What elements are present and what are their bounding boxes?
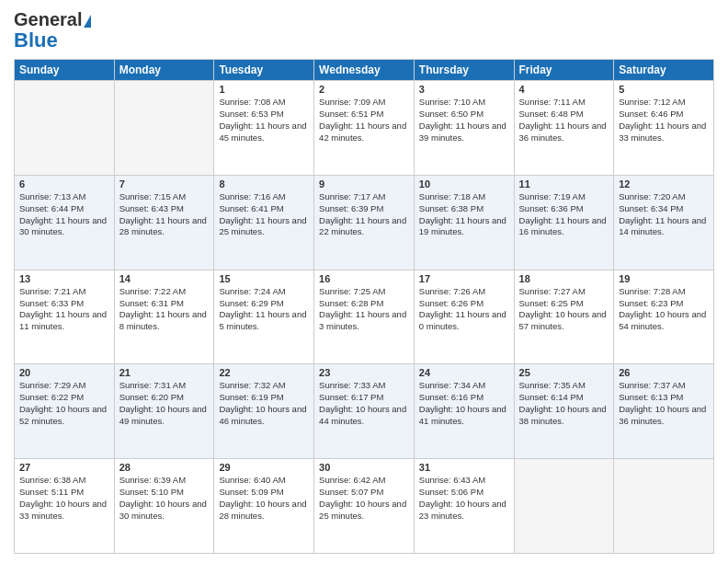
day-info: Sunrise: 7:31 AMSunset: 6:20 PMDaylight:… [119, 380, 210, 427]
daylight-text: Daylight: 11 hours and 16 minutes. [519, 215, 607, 237]
sunset-text: Sunset: 6:41 PM [219, 203, 283, 213]
day-number: 12 [619, 178, 709, 190]
calendar-cell: 18Sunrise: 7:27 AMSunset: 6:25 PMDayligh… [514, 270, 614, 364]
sunset-text: Sunset: 6:31 PM [119, 298, 184, 308]
calendar-cell: 31Sunrise: 6:43 AMSunset: 5:06 PMDayligh… [414, 459, 514, 554]
daylight-text: Daylight: 11 hours and 25 minutes. [219, 215, 306, 237]
day-number: 20 [19, 367, 109, 378]
calendar-cell: 24Sunrise: 7:34 AMSunset: 6:16 PMDayligh… [414, 364, 514, 459]
day-number: 1 [219, 84, 309, 95]
sunset-text: Sunset: 6:46 PM [619, 109, 683, 119]
sunset-text: Sunset: 6:50 PM [419, 109, 483, 119]
day-number: 3 [419, 84, 509, 95]
calendar-cell: 7Sunrise: 7:15 AMSunset: 6:43 PMDaylight… [114, 175, 214, 270]
sunset-text: Sunset: 6:38 PM [419, 203, 483, 213]
sunset-text: Sunset: 6:44 PM [19, 203, 84, 213]
daylight-text: Daylight: 11 hours and 28 minutes. [119, 215, 207, 237]
daylight-text: Daylight: 11 hours and 45 minutes. [219, 121, 306, 143]
sunrise-text: Sunrise: 7:10 AM [419, 97, 485, 107]
calendar-cell: 20Sunrise: 7:29 AMSunset: 6:22 PMDayligh… [15, 364, 115, 459]
logo-text: General [14, 9, 91, 29]
daylight-text: Daylight: 11 hours and 42 minutes. [319, 121, 406, 143]
daylight-text: Daylight: 10 hours and 36 minutes. [619, 404, 706, 426]
sunset-text: Sunset: 6:13 PM [619, 392, 683, 402]
calendar-cell: 16Sunrise: 7:25 AMSunset: 6:28 PMDayligh… [314, 270, 415, 364]
day-info: Sunrise: 7:08 AMSunset: 6:53 PMDaylight:… [219, 97, 309, 144]
sunset-text: Sunset: 5:10 PM [119, 487, 184, 497]
sunrise-text: Sunrise: 7:12 AM [619, 97, 685, 107]
sunrise-text: Sunrise: 7:31 AM [119, 380, 186, 390]
calendar-cell: 28Sunrise: 6:39 AMSunset: 5:10 PMDayligh… [114, 459, 214, 554]
day-info: Sunrise: 7:12 AMSunset: 6:46 PMDaylight:… [619, 97, 709, 144]
calendar-cell: 4Sunrise: 7:11 AMSunset: 6:48 PMDaylight… [514, 81, 614, 176]
day-number: 17 [419, 273, 509, 284]
logo-text-blue: Blue [14, 29, 58, 52]
calendar-cell [614, 459, 714, 554]
day-info: Sunrise: 7:21 AMSunset: 6:33 PMDaylight:… [19, 286, 109, 333]
sunset-text: Sunset: 6:20 PM [119, 392, 184, 402]
day-info: Sunrise: 7:15 AMSunset: 6:43 PMDaylight:… [119, 191, 210, 238]
calendar-cell: 8Sunrise: 7:16 AMSunset: 6:41 PMDaylight… [214, 175, 314, 270]
day-number: 18 [519, 273, 609, 284]
sunrise-text: Sunrise: 7:34 AM [419, 380, 485, 390]
calendar-cell: 21Sunrise: 7:31 AMSunset: 6:20 PMDayligh… [114, 364, 214, 459]
sunrise-text: Sunrise: 7:16 AM [219, 191, 285, 201]
day-of-week-header: Monday [114, 60, 214, 81]
day-number: 6 [19, 178, 109, 190]
daylight-text: Daylight: 10 hours and 28 minutes. [219, 499, 306, 521]
daylight-text: Daylight: 10 hours and 33 minutes. [19, 499, 107, 521]
calendar-cell: 29Sunrise: 6:40 AMSunset: 5:09 PMDayligh… [214, 459, 314, 554]
sunrise-text: Sunrise: 6:43 AM [419, 475, 485, 485]
daylight-text: Daylight: 11 hours and 30 minutes. [19, 215, 107, 237]
sunset-text: Sunset: 6:23 PM [619, 298, 683, 308]
day-info: Sunrise: 6:39 AMSunset: 5:10 PMDaylight:… [119, 475, 210, 522]
daylight-text: Daylight: 11 hours and 5 minutes. [219, 309, 306, 331]
sunset-text: Sunset: 6:26 PM [419, 298, 483, 308]
day-number: 27 [19, 462, 109, 473]
day-info: Sunrise: 7:26 AMSunset: 6:26 PMDaylight:… [419, 286, 509, 333]
daylight-text: Daylight: 11 hours and 19 minutes. [419, 215, 506, 237]
calendar-cell: 14Sunrise: 7:22 AMSunset: 6:31 PMDayligh… [114, 270, 214, 364]
day-info: Sunrise: 7:11 AMSunset: 6:48 PMDaylight:… [519, 97, 609, 144]
daylight-text: Daylight: 10 hours and 46 minutes. [219, 404, 306, 426]
day-info: Sunrise: 7:22 AMSunset: 6:31 PMDaylight:… [119, 286, 210, 333]
day-number: 29 [219, 462, 309, 473]
day-number: 5 [619, 84, 709, 95]
calendar-cell: 22Sunrise: 7:32 AMSunset: 6:19 PMDayligh… [214, 364, 314, 459]
sunrise-text: Sunrise: 7:32 AM [219, 380, 285, 390]
sunrise-text: Sunrise: 6:39 AM [119, 475, 186, 485]
sunrise-text: Sunrise: 7:21 AM [19, 286, 85, 296]
sunset-text: Sunset: 6:43 PM [119, 203, 184, 213]
sunrise-text: Sunrise: 7:29 AM [19, 380, 85, 390]
calendar-cell: 30Sunrise: 6:42 AMSunset: 5:07 PMDayligh… [314, 459, 415, 554]
day-info: Sunrise: 7:17 AMSunset: 6:39 PMDaylight:… [319, 191, 409, 238]
logo: General Blue [14, 9, 91, 52]
day-number: 24 [419, 367, 509, 378]
calendar-cell: 10Sunrise: 7:18 AMSunset: 6:38 PMDayligh… [414, 175, 514, 270]
daylight-text: Daylight: 10 hours and 38 minutes. [519, 404, 607, 426]
calendar-cell: 17Sunrise: 7:26 AMSunset: 6:26 PMDayligh… [414, 270, 514, 364]
sunrise-text: Sunrise: 7:37 AM [619, 380, 685, 390]
day-of-week-header: Friday [514, 60, 614, 81]
day-info: Sunrise: 7:33 AMSunset: 6:17 PMDaylight:… [319, 380, 409, 427]
day-info: Sunrise: 7:19 AMSunset: 6:36 PMDaylight:… [519, 191, 609, 238]
sunrise-text: Sunrise: 7:27 AM [519, 286, 586, 296]
day-number: 14 [119, 273, 210, 284]
sunset-text: Sunset: 6:39 PM [319, 203, 383, 213]
calendar-cell: 3Sunrise: 7:10 AMSunset: 6:50 PMDaylight… [414, 81, 514, 176]
calendar-cell [15, 81, 115, 176]
sunset-text: Sunset: 6:25 PM [519, 298, 584, 308]
day-of-week-header: Sunday [15, 60, 115, 81]
sunset-text: Sunset: 5:07 PM [319, 487, 383, 497]
day-info: Sunrise: 6:42 AMSunset: 5:07 PMDaylight:… [319, 475, 409, 522]
day-number: 9 [319, 178, 409, 190]
daylight-text: Daylight: 10 hours and 52 minutes. [19, 404, 107, 426]
calendar-cell [514, 459, 614, 554]
day-number: 25 [519, 367, 609, 378]
daylight-text: Daylight: 11 hours and 3 minutes. [319, 309, 406, 331]
sunrise-text: Sunrise: 7:11 AM [519, 97, 586, 107]
daylight-text: Daylight: 10 hours and 41 minutes. [419, 404, 506, 426]
sunset-text: Sunset: 6:17 PM [319, 392, 383, 402]
sunrise-text: Sunrise: 7:24 AM [219, 286, 285, 296]
day-number: 7 [119, 178, 210, 190]
